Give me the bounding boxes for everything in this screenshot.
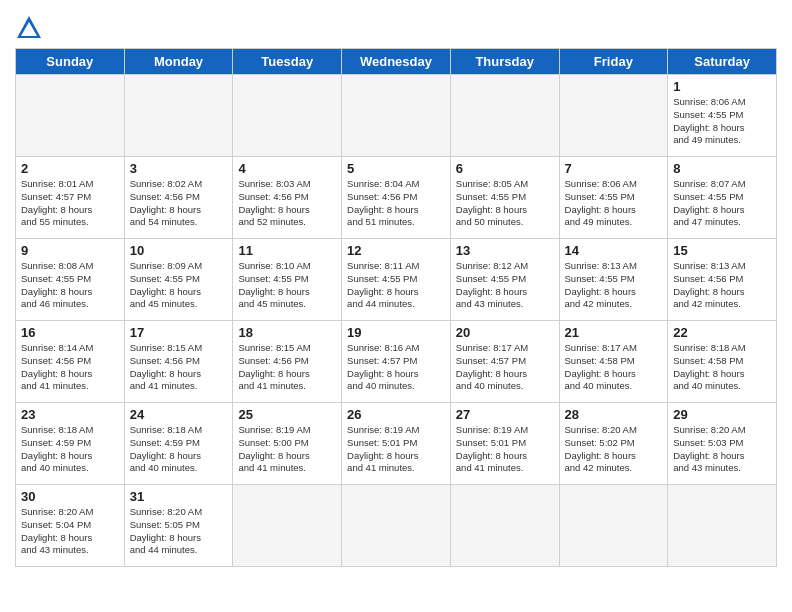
calendar-cell — [16, 75, 125, 157]
main-container: SundayMondayTuesdayWednesdayThursdayFrid… — [0, 0, 792, 577]
day-number: 1 — [673, 79, 771, 94]
day-info: Sunrise: 8:16 AM Sunset: 4:57 PM Dayligh… — [347, 342, 445, 393]
calendar-cell: 28Sunrise: 8:20 AM Sunset: 5:02 PM Dayli… — [559, 403, 668, 485]
day-info: Sunrise: 8:18 AM Sunset: 4:58 PM Dayligh… — [673, 342, 771, 393]
logo — [15, 14, 45, 42]
day-number: 29 — [673, 407, 771, 422]
calendar-row: 1Sunrise: 8:06 AM Sunset: 4:55 PM Daylig… — [16, 75, 777, 157]
logo-icon — [15, 14, 43, 42]
day-number: 10 — [130, 243, 228, 258]
day-info: Sunrise: 8:20 AM Sunset: 5:05 PM Dayligh… — [130, 506, 228, 557]
day-number: 12 — [347, 243, 445, 258]
day-info: Sunrise: 8:20 AM Sunset: 5:02 PM Dayligh… — [565, 424, 663, 475]
calendar-body: 1Sunrise: 8:06 AM Sunset: 4:55 PM Daylig… — [16, 75, 777, 567]
calendar-cell — [342, 485, 451, 567]
calendar-cell: 22Sunrise: 8:18 AM Sunset: 4:58 PM Dayli… — [668, 321, 777, 403]
calendar-cell: 7Sunrise: 8:06 AM Sunset: 4:55 PM Daylig… — [559, 157, 668, 239]
weekday-header-friday: Friday — [559, 49, 668, 75]
day-info: Sunrise: 8:15 AM Sunset: 4:56 PM Dayligh… — [130, 342, 228, 393]
day-number: 11 — [238, 243, 336, 258]
day-number: 25 — [238, 407, 336, 422]
day-number: 13 — [456, 243, 554, 258]
day-info: Sunrise: 8:01 AM Sunset: 4:57 PM Dayligh… — [21, 178, 119, 229]
day-info: Sunrise: 8:18 AM Sunset: 4:59 PM Dayligh… — [21, 424, 119, 475]
calendar-cell: 21Sunrise: 8:17 AM Sunset: 4:58 PM Dayli… — [559, 321, 668, 403]
day-number: 3 — [130, 161, 228, 176]
day-info: Sunrise: 8:17 AM Sunset: 4:57 PM Dayligh… — [456, 342, 554, 393]
calendar-cell: 5Sunrise: 8:04 AM Sunset: 4:56 PM Daylig… — [342, 157, 451, 239]
calendar-cell: 18Sunrise: 8:15 AM Sunset: 4:56 PM Dayli… — [233, 321, 342, 403]
day-number: 23 — [21, 407, 119, 422]
calendar-cell — [342, 75, 451, 157]
day-info: Sunrise: 8:13 AM Sunset: 4:55 PM Dayligh… — [565, 260, 663, 311]
day-number: 7 — [565, 161, 663, 176]
day-info: Sunrise: 8:08 AM Sunset: 4:55 PM Dayligh… — [21, 260, 119, 311]
calendar-cell: 25Sunrise: 8:19 AM Sunset: 5:00 PM Dayli… — [233, 403, 342, 485]
calendar-cell: 6Sunrise: 8:05 AM Sunset: 4:55 PM Daylig… — [450, 157, 559, 239]
day-info: Sunrise: 8:13 AM Sunset: 4:56 PM Dayligh… — [673, 260, 771, 311]
calendar-cell: 30Sunrise: 8:20 AM Sunset: 5:04 PM Dayli… — [16, 485, 125, 567]
calendar-cell — [124, 75, 233, 157]
calendar-row: 23Sunrise: 8:18 AM Sunset: 4:59 PM Dayli… — [16, 403, 777, 485]
calendar-row: 2Sunrise: 8:01 AM Sunset: 4:57 PM Daylig… — [16, 157, 777, 239]
day-info: Sunrise: 8:06 AM Sunset: 4:55 PM Dayligh… — [673, 96, 771, 147]
day-number: 2 — [21, 161, 119, 176]
day-info: Sunrise: 8:18 AM Sunset: 4:59 PM Dayligh… — [130, 424, 228, 475]
calendar-cell — [559, 75, 668, 157]
calendar-cell: 2Sunrise: 8:01 AM Sunset: 4:57 PM Daylig… — [16, 157, 125, 239]
day-number: 19 — [347, 325, 445, 340]
day-info: Sunrise: 8:02 AM Sunset: 4:56 PM Dayligh… — [130, 178, 228, 229]
calendar-cell: 11Sunrise: 8:10 AM Sunset: 4:55 PM Dayli… — [233, 239, 342, 321]
day-number: 22 — [673, 325, 771, 340]
calendar-cell — [559, 485, 668, 567]
calendar-cell — [233, 485, 342, 567]
day-number: 18 — [238, 325, 336, 340]
calendar-cell: 16Sunrise: 8:14 AM Sunset: 4:56 PM Dayli… — [16, 321, 125, 403]
day-number: 4 — [238, 161, 336, 176]
weekday-header-tuesday: Tuesday — [233, 49, 342, 75]
calendar-row: 30Sunrise: 8:20 AM Sunset: 5:04 PM Dayli… — [16, 485, 777, 567]
day-number: 24 — [130, 407, 228, 422]
calendar-cell: 23Sunrise: 8:18 AM Sunset: 4:59 PM Dayli… — [16, 403, 125, 485]
weekday-header-monday: Monday — [124, 49, 233, 75]
calendar-table: SundayMondayTuesdayWednesdayThursdayFrid… — [15, 48, 777, 567]
day-info: Sunrise: 8:20 AM Sunset: 5:03 PM Dayligh… — [673, 424, 771, 475]
day-number: 20 — [456, 325, 554, 340]
day-info: Sunrise: 8:19 AM Sunset: 5:00 PM Dayligh… — [238, 424, 336, 475]
calendar-cell: 9Sunrise: 8:08 AM Sunset: 4:55 PM Daylig… — [16, 239, 125, 321]
day-number: 17 — [130, 325, 228, 340]
day-number: 30 — [21, 489, 119, 504]
day-number: 5 — [347, 161, 445, 176]
day-info: Sunrise: 8:06 AM Sunset: 4:55 PM Dayligh… — [565, 178, 663, 229]
day-info: Sunrise: 8:11 AM Sunset: 4:55 PM Dayligh… — [347, 260, 445, 311]
day-info: Sunrise: 8:19 AM Sunset: 5:01 PM Dayligh… — [347, 424, 445, 475]
calendar-cell: 13Sunrise: 8:12 AM Sunset: 4:55 PM Dayli… — [450, 239, 559, 321]
day-number: 26 — [347, 407, 445, 422]
day-info: Sunrise: 8:14 AM Sunset: 4:56 PM Dayligh… — [21, 342, 119, 393]
header — [15, 10, 777, 42]
calendar-cell-empty — [668, 485, 777, 567]
calendar-cell: 10Sunrise: 8:09 AM Sunset: 4:55 PM Dayli… — [124, 239, 233, 321]
calendar-cell: 1Sunrise: 8:06 AM Sunset: 4:55 PM Daylig… — [668, 75, 777, 157]
day-info: Sunrise: 8:20 AM Sunset: 5:04 PM Dayligh… — [21, 506, 119, 557]
day-number: 21 — [565, 325, 663, 340]
calendar-cell: 8Sunrise: 8:07 AM Sunset: 4:55 PM Daylig… — [668, 157, 777, 239]
calendar-cell: 29Sunrise: 8:20 AM Sunset: 5:03 PM Dayli… — [668, 403, 777, 485]
day-number: 8 — [673, 161, 771, 176]
day-number: 28 — [565, 407, 663, 422]
calendar-cell: 20Sunrise: 8:17 AM Sunset: 4:57 PM Dayli… — [450, 321, 559, 403]
day-info: Sunrise: 8:12 AM Sunset: 4:55 PM Dayligh… — [456, 260, 554, 311]
calendar-cell — [450, 75, 559, 157]
calendar-cell: 14Sunrise: 8:13 AM Sunset: 4:55 PM Dayli… — [559, 239, 668, 321]
calendar-cell: 26Sunrise: 8:19 AM Sunset: 5:01 PM Dayli… — [342, 403, 451, 485]
day-number: 6 — [456, 161, 554, 176]
day-number: 14 — [565, 243, 663, 258]
day-info: Sunrise: 8:15 AM Sunset: 4:56 PM Dayligh… — [238, 342, 336, 393]
calendar-cell: 19Sunrise: 8:16 AM Sunset: 4:57 PM Dayli… — [342, 321, 451, 403]
calendar-cell: 4Sunrise: 8:03 AM Sunset: 4:56 PM Daylig… — [233, 157, 342, 239]
calendar-cell: 27Sunrise: 8:19 AM Sunset: 5:01 PM Dayli… — [450, 403, 559, 485]
day-info: Sunrise: 8:10 AM Sunset: 4:55 PM Dayligh… — [238, 260, 336, 311]
day-info: Sunrise: 8:07 AM Sunset: 4:55 PM Dayligh… — [673, 178, 771, 229]
weekday-header-saturday: Saturday — [668, 49, 777, 75]
calendar-cell — [450, 485, 559, 567]
